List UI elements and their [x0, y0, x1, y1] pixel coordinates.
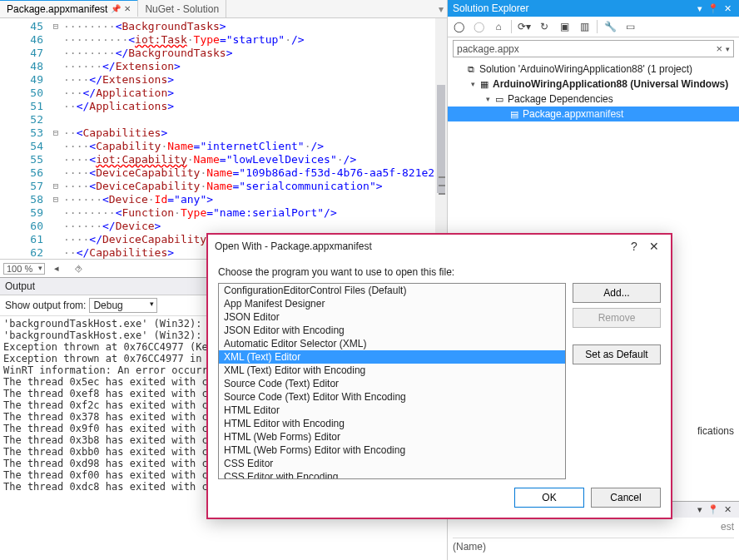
collapse-icon[interactable]: ▣: [557, 19, 572, 34]
tree-row[interactable]: ▾▭Package Dependencies: [448, 92, 739, 107]
program-option[interactable]: CSS Editor with Encoding: [219, 470, 565, 479]
editor-tabs: Package.appxmanifest 📌 ✕ NuGet - Solutio…: [0, 0, 447, 18]
overview-marker: [439, 193, 445, 195]
issue-nav-icon[interactable]: ⯑: [72, 262, 85, 275]
program-option[interactable]: Source Code (Text) Editor With Encoding: [219, 390, 565, 404]
program-option[interactable]: Automatic Editor Selector (XML): [219, 337, 565, 350]
tab-package-manifest[interactable]: Package.appxmanifest 📌 ✕: [0, 0, 138, 17]
program-option[interactable]: ConfigurationEditorControl Files (Defaul…: [219, 284, 565, 297]
close-icon[interactable]: ✕: [124, 4, 131, 13]
properties-body: est (Name): [448, 518, 739, 560]
dropdown-icon[interactable]: ▾: [695, 3, 705, 14]
solution-tree[interactable]: ⧉Solution 'ArduinoWiringApplication88' (…: [448, 60, 739, 123]
editor-scrollbar[interactable]: [435, 18, 447, 259]
properties-hint: est: [453, 521, 734, 533]
forward-icon[interactable]: ◯: [471, 19, 486, 34]
ok-button[interactable]: OK: [514, 488, 584, 508]
program-list[interactable]: ConfigurationEditorControl Files (Defaul…: [218, 283, 566, 479]
zoom-select[interactable]: 100 %: [3, 263, 45, 275]
close-icon[interactable]: ✕: [722, 504, 734, 515]
clear-search-icon[interactable]: ×: [712, 42, 726, 55]
search-value: package.appx: [457, 43, 712, 55]
sync-icon[interactable]: ⟳▾: [517, 19, 532, 34]
close-icon[interactable]: ✕: [722, 3, 734, 14]
add-button[interactable]: Add...: [573, 283, 661, 303]
dropdown-icon[interactable]: ▾: [695, 504, 705, 515]
show-all-icon[interactable]: ▥: [577, 19, 592, 34]
show-output-from-label: Show output from:: [5, 300, 86, 311]
program-option[interactable]: HTML Editor with Encoding: [219, 417, 565, 430]
property-name-label: (Name): [453, 541, 536, 553]
program-option[interactable]: CSS Editor: [219, 457, 565, 470]
close-icon[interactable]: ✕: [644, 240, 664, 253]
program-option[interactable]: XML (Text) Editor: [219, 350, 565, 364]
program-option[interactable]: App Manifest Designer: [219, 297, 565, 310]
nav-back-icon[interactable]: ◂: [50, 262, 63, 275]
cancel-button[interactable]: Cancel: [591, 488, 661, 508]
tab-overflow[interactable]: ▾: [435, 0, 447, 17]
pin-icon[interactable]: 📍: [705, 504, 722, 515]
solution-explorer-title: Solution Explorer ▾ 📍 ✕: [448, 0, 739, 17]
open-with-dialog: Open With - Package.appxmanifest ? ✕ Cho…: [206, 233, 672, 519]
tree-row[interactable]: ▤Package.appxmanifest: [448, 107, 739, 121]
back-icon[interactable]: ◯: [451, 19, 466, 34]
program-option[interactable]: XML (Text) Editor with Encoding: [219, 364, 565, 377]
refresh-icon[interactable]: ↻: [537, 19, 552, 34]
help-icon[interactable]: ?: [624, 240, 644, 253]
program-option[interactable]: HTML (Web Forms) Editor: [219, 430, 565, 444]
dialog-prompt: Choose the program you want to use to op…: [218, 261, 661, 283]
solution-explorer-search[interactable]: package.appx × ▾: [453, 40, 734, 57]
tree-row[interactable]: ⧉Solution 'ArduinoWiringApplication88' (…: [448, 62, 739, 77]
output-source-select[interactable]: Debug: [89, 298, 156, 313]
set-default-button[interactable]: Set as Default: [573, 344, 661, 364]
tab-label: NuGet - Solution: [145, 3, 219, 15]
pin-icon[interactable]: 📌: [111, 4, 121, 13]
preview-icon[interactable]: ▭: [622, 19, 637, 34]
program-option[interactable]: HTML (Web Forms) Editor with Encoding: [219, 444, 565, 457]
home-icon[interactable]: ⌂: [491, 19, 506, 34]
pin-icon[interactable]: 📍: [705, 3, 722, 14]
program-option[interactable]: JSON Editor with Encoding: [219, 324, 565, 337]
notifications-tab-fragment[interactable]: fications: [692, 423, 739, 439]
tree-row[interactable]: ▾▦ArduinoWiringApplication88 (Universal …: [448, 77, 739, 92]
overview-marker: [439, 185, 445, 186]
dialog-title: Open With - Package.appxmanifest: [215, 240, 624, 252]
tab-nuget-solution[interactable]: NuGet - Solution: [138, 0, 226, 17]
remove-button: Remove: [573, 308, 661, 328]
tab-label: Package.appxmanifest: [7, 3, 107, 15]
properties-icon[interactable]: 🔧: [603, 19, 617, 34]
code-editor[interactable]: 4546474849505152535455565758596061626364…: [0, 18, 447, 259]
program-option[interactable]: Source Code (Text) Editor: [219, 377, 565, 390]
program-option[interactable]: HTML Editor: [219, 404, 565, 417]
overview-marker: [439, 176, 445, 178]
search-dropdown-icon[interactable]: ▾: [726, 45, 730, 53]
program-option[interactable]: JSON Editor: [219, 310, 565, 324]
solution-explorer-toolbar: ◯ ◯ ⌂ ⟳▾ ↻ ▣ ▥ 🔧 ▭: [448, 17, 739, 37]
